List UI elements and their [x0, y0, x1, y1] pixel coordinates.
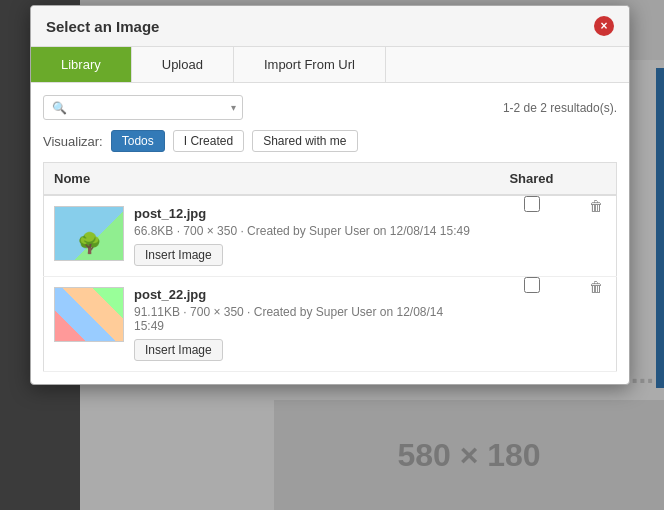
thumb-green: 🌳 [55, 207, 123, 260]
search-icon: 🔍 [52, 101, 67, 115]
results-count: 1-2 de 2 resultado(s). [503, 101, 617, 115]
filename-2: post_22.jpg [134, 287, 477, 302]
filter-todos[interactable]: Todos [111, 130, 165, 152]
shared-checkbox-2[interactable] [524, 277, 540, 293]
file-thumb-1: 🌳 [54, 206, 124, 261]
file-table: Nome Shared 🌳 [43, 162, 617, 372]
actions-cell-2: 🗑 [577, 277, 617, 372]
file-row-2: post_22.jpg 91.11KB · 700 × 350 · Create… [44, 277, 487, 371]
search-dropdown-icon[interactable]: ▾ [231, 102, 236, 113]
file-info-2: post_22.jpg 91.11KB · 700 × 350 · Create… [134, 287, 477, 361]
col-actions-header [577, 163, 617, 196]
table-row: post_22.jpg 91.11KB · 700 × 350 · Create… [44, 277, 617, 372]
file-meta-2: 91.11KB · 700 × 350 · Created by Super U… [134, 305, 477, 333]
file-row-1: 🌳 post_12.jpg 66.8KB · 700 × 350 · Creat… [44, 196, 487, 276]
tab-import[interactable]: Import From Url [234, 47, 386, 82]
file-cell-1: 🌳 post_12.jpg 66.8KB · 700 × 350 · Creat… [44, 195, 487, 277]
file-thumb-2 [54, 287, 124, 342]
modal-body: 🔍 ▾ 1-2 de 2 resultado(s). Visualizar: T… [31, 83, 629, 384]
shared-cell-2 [487, 277, 577, 372]
delete-button-1[interactable]: 🗑 [584, 196, 608, 216]
filter-shared[interactable]: Shared with me [252, 130, 357, 152]
delete-button-2[interactable]: 🗑 [584, 277, 608, 297]
file-cell-2: post_22.jpg 91.11KB · 700 × 350 · Create… [44, 277, 487, 372]
modal-title: Select an Image [46, 18, 159, 35]
filename-1: post_12.jpg [134, 206, 477, 221]
filter-i-created[interactable]: I Created [173, 130, 244, 152]
insert-button-1[interactable]: Insert Image [134, 244, 223, 266]
col-name-header: Nome [44, 163, 487, 196]
actions-cell-1: 🗑 [577, 195, 617, 277]
tab-upload[interactable]: Upload [132, 47, 234, 82]
search-row: 🔍 ▾ 1-2 de 2 resultado(s). [43, 95, 617, 120]
table-header-row: Nome Shared [44, 163, 617, 196]
tab-bar: Library Upload Import From Url [31, 47, 629, 83]
insert-button-2[interactable]: Insert Image [134, 339, 223, 361]
thumb-tree-icon: 🌳 [77, 231, 102, 255]
thumb-collage [55, 288, 123, 341]
shared-cell-1 [487, 195, 577, 277]
close-button[interactable]: × [594, 16, 614, 36]
tab-library[interactable]: Library [31, 47, 132, 82]
file-info-1: post_12.jpg 66.8KB · 700 × 350 · Created… [134, 206, 477, 266]
modal-header: Select an Image × [31, 6, 629, 47]
col-shared-header: Shared [487, 163, 577, 196]
search-input[interactable] [71, 100, 231, 115]
table-row: 🌳 post_12.jpg 66.8KB · 700 × 350 · Creat… [44, 195, 617, 277]
filter-row: Visualizar: Todos I Created Shared with … [43, 130, 617, 152]
select-image-modal: Select an Image × Library Upload Import … [30, 5, 630, 385]
file-meta-1: 66.8KB · 700 × 350 · Created by Super Us… [134, 224, 477, 238]
filter-label: Visualizar: [43, 134, 103, 149]
shared-checkbox-1[interactable] [524, 196, 540, 212]
search-input-wrap[interactable]: 🔍 ▾ [43, 95, 243, 120]
